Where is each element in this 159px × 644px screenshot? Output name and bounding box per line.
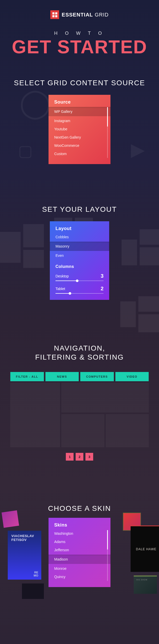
skin-preview-card bbox=[22, 583, 44, 599]
brand-bold: ESSENTIAL bbox=[62, 12, 93, 18]
grid-icon bbox=[50, 10, 59, 19]
layout-item-even[interactable]: Even bbox=[55, 251, 104, 260]
slider-desktop-label: Desktop bbox=[55, 274, 69, 278]
skin-item-jefferson[interactable]: Jefferson bbox=[54, 546, 105, 554]
layout-panel-title: Layout bbox=[55, 226, 104, 233]
nav-title-line2: FILTERING & SORTING bbox=[35, 353, 124, 361]
nav-cell[interactable] bbox=[61, 383, 149, 412]
layout-panel: Layout Cobbles Masonry Even Columns Desk… bbox=[50, 221, 109, 300]
source-item-youtube[interactable]: Youtube bbox=[54, 125, 105, 133]
instagram-icon: ▢ bbox=[18, 142, 33, 160]
skin-preview-card bbox=[2, 511, 19, 528]
source-panel-title: Source bbox=[54, 99, 105, 106]
skin-item-monroe[interactable]: Monroe bbox=[54, 564, 105, 573]
slider-desktop[interactable]: Desktop 3 bbox=[55, 273, 104, 279]
page-1[interactable]: 1 bbox=[66, 453, 74, 461]
page-2[interactable]: 2 bbox=[76, 453, 83, 461]
section-title-layout: SET YOUR LAYOUT bbox=[0, 205, 159, 214]
hero-kicker: H O W T O bbox=[0, 31, 159, 36]
skin-panel-title: Skins bbox=[54, 522, 105, 529]
skin-item-quincy[interactable]: Quincy bbox=[54, 573, 105, 581]
source-item-nextgen[interactable]: NextGen Gallery bbox=[54, 133, 105, 141]
pager: 1 2 3 bbox=[0, 453, 159, 461]
slider-tablet-value: 2 bbox=[101, 286, 104, 292]
filter-computers[interactable]: COMPUTERS bbox=[80, 372, 114, 381]
filter-all[interactable]: FILTER - ALL bbox=[10, 372, 44, 381]
layout-item-masonry[interactable]: Masonry bbox=[50, 242, 109, 251]
nav-cell[interactable] bbox=[61, 414, 104, 447]
skin-preview-card bbox=[134, 576, 157, 594]
skin-preview-card-dale: DALE HAWE bbox=[131, 526, 159, 572]
columns-title: Columns bbox=[55, 264, 104, 270]
source-item-wp-gallery[interactable]: WP Gallery bbox=[49, 107, 110, 116]
source-item-woocommerce[interactable]: WooCommerce bbox=[54, 141, 105, 150]
skin-card-readmore: RE MO bbox=[34, 571, 38, 577]
source-item-custom[interactable]: Custom bbox=[54, 150, 105, 158]
source-panel: Source WP Gallery Instagram Youtube Next… bbox=[49, 95, 110, 164]
page-3[interactable]: 3 bbox=[85, 453, 93, 461]
slider-tablet-label: Tablet bbox=[55, 287, 65, 291]
skin-panel: Skins Washington Adams Jefferson Madison… bbox=[49, 518, 110, 587]
skin-item-washington[interactable]: Washington bbox=[54, 529, 105, 538]
filter-bar: FILTER - ALL NEWS COMPUTERS VIDEO bbox=[0, 372, 159, 381]
section-title-nav: NAVIGATION, FILTERING & SORTING bbox=[0, 344, 159, 362]
skin-scrollbar[interactable] bbox=[107, 530, 108, 581]
wordpress-icon: ◯ bbox=[19, 86, 51, 119]
brand-name: ESSENTIAL GRID bbox=[62, 12, 109, 18]
nav-grid bbox=[0, 381, 159, 447]
skin-item-madison[interactable]: Madison bbox=[49, 555, 110, 564]
nav-title-line1: NAVIGATION, bbox=[54, 344, 105, 352]
brand-logo: ESSENTIAL GRID bbox=[0, 0, 159, 19]
youtube-icon: ▶ bbox=[131, 139, 145, 160]
source-item-instagram[interactable]: Instagram bbox=[54, 117, 105, 125]
skin-item-adams[interactable]: Adams bbox=[54, 538, 105, 546]
source-scrollbar[interactable] bbox=[107, 107, 108, 158]
filter-news[interactable]: NEWS bbox=[45, 372, 79, 381]
skin-card-title: VIACHESLAV FETISOV bbox=[11, 534, 38, 542]
filter-video[interactable]: VIDEO bbox=[115, 372, 149, 381]
section-title-skin: CHOOSE A SKIN bbox=[0, 504, 159, 513]
skin-preview-card-fetisov: VIACHESLAV FETISOV RE MO bbox=[8, 531, 41, 580]
slider-tablet[interactable]: Tablet 2 bbox=[55, 286, 104, 292]
slider-desktop-value: 3 bbox=[101, 273, 104, 279]
brand-light: GRID bbox=[93, 12, 109, 18]
layout-item-cobbles[interactable]: Cobbles bbox=[55, 233, 104, 241]
hero-title: GET STARTED bbox=[0, 38, 159, 56]
nav-cell[interactable] bbox=[106, 414, 149, 447]
section-title-source: SELECT GRID CONTENT SOURCE bbox=[0, 79, 159, 87]
nav-cell[interactable] bbox=[10, 383, 60, 447]
skin-card-title: DALE HAWE bbox=[136, 547, 156, 551]
slider-desktop-track[interactable] bbox=[55, 281, 104, 281]
slider-tablet-track[interactable] bbox=[55, 293, 104, 294]
